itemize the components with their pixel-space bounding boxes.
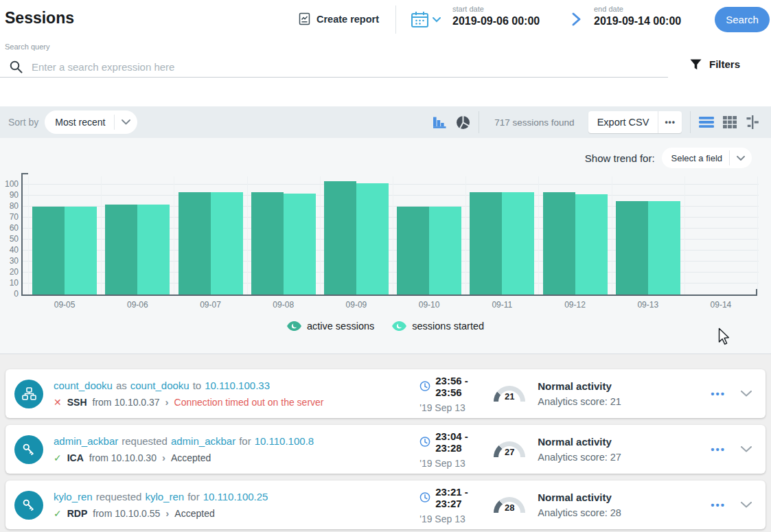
search-input[interactable] bbox=[32, 61, 668, 73]
chevron-down-icon bbox=[741, 391, 752, 397]
bar-sessions-started-09-11[interactable] bbox=[502, 192, 534, 294]
bar-group-09-07 bbox=[174, 176, 246, 294]
bar-group-09-12 bbox=[538, 176, 611, 294]
bar-active-sessions-09-12[interactable] bbox=[543, 192, 575, 294]
session-link[interactable]: kylo_ren bbox=[145, 491, 184, 502]
origin-label: from 10.10.0.55 bbox=[93, 508, 160, 519]
activity-label: Normal activity bbox=[538, 491, 711, 503]
show-trend-label: Show trend for: bbox=[585, 152, 655, 164]
protocol-label: ICA bbox=[67, 452, 84, 463]
end-date-value[interactable]: 2019-09-14 00:00 bbox=[594, 15, 681, 27]
export-more-button[interactable]: ••• bbox=[658, 117, 682, 127]
search-bar bbox=[0, 56, 668, 78]
x-axis-label: 09-08 bbox=[247, 300, 320, 310]
activity-label: Normal activity bbox=[538, 436, 711, 448]
divider bbox=[479, 111, 479, 133]
legend-item-active-sessions[interactable]: active sessions bbox=[287, 321, 374, 332]
bar-group-09-10 bbox=[393, 176, 465, 294]
session-link[interactable]: admin_ackbar bbox=[54, 435, 118, 447]
date-picker-button[interactable] bbox=[411, 11, 441, 28]
filters-button[interactable]: Filters bbox=[690, 58, 740, 70]
create-report-button[interactable]: Create report bbox=[299, 12, 379, 25]
session-list: count_dookuascount_dookuto10.110.100.33✕… bbox=[0, 354, 771, 532]
session-time: 23:56 - 23:56'19 Sep 13 bbox=[419, 375, 494, 413]
results-toolbar: Sort by Most recent 717 sessions found E… bbox=[0, 106, 771, 138]
bar-sessions-started-09-10[interactable] bbox=[429, 207, 461, 294]
bar-group-09-14 bbox=[684, 176, 757, 294]
page-header: Sessions Create report bbox=[0, 0, 771, 38]
bar-chart-icon[interactable] bbox=[432, 115, 447, 129]
bar-group-09-08 bbox=[247, 176, 320, 294]
bar-active-sessions-09-05[interactable] bbox=[32, 207, 65, 294]
x-axis-label: 09-09 bbox=[320, 300, 393, 310]
row-menu-button[interactable]: ••• bbox=[711, 390, 726, 398]
export-csv-label: Export CSV bbox=[588, 117, 658, 128]
bar-active-sessions-09-13[interactable] bbox=[616, 201, 648, 294]
session-row[interactable]: count_dookuascount_dookuto10.110.100.33✕… bbox=[5, 369, 766, 418]
row-actions: ••• bbox=[711, 501, 752, 509]
report-icon bbox=[299, 12, 310, 25]
bar-active-sessions-09-10[interactable] bbox=[397, 207, 429, 294]
vertical-gridline bbox=[757, 176, 758, 294]
flow-view-icon[interactable] bbox=[746, 115, 759, 129]
bar-sessions-started-09-08[interactable] bbox=[284, 194, 316, 294]
session-link[interactable]: admin_ackbar bbox=[171, 435, 235, 447]
session-row[interactable]: kylo_renrequestedkylo_renfor10.110.100.2… bbox=[5, 481, 766, 529]
accepted-icon: ✓ bbox=[54, 508, 62, 519]
score-gauge: 27 bbox=[494, 441, 538, 458]
sort-select[interactable]: Most recent bbox=[45, 111, 137, 134]
start-date-label: start date bbox=[452, 5, 540, 13]
accepted-icon: ✓ bbox=[54, 452, 62, 463]
chart-y-axis: 0102030405060708090100 bbox=[0, 176, 19, 294]
session-link[interactable]: kylo_ren bbox=[54, 491, 93, 502]
start-date-value[interactable]: 2019-09-06 00:00 bbox=[452, 15, 540, 27]
chevron-right-icon: › bbox=[162, 452, 165, 463]
bar-active-sessions-09-09[interactable] bbox=[324, 181, 356, 294]
verdict-label: Accepted bbox=[174, 508, 214, 519]
clock-icon bbox=[419, 491, 430, 503]
bar-sessions-started-09-05[interactable] bbox=[65, 207, 97, 294]
bar-sessions-started-09-09[interactable] bbox=[356, 183, 389, 294]
session-link[interactable]: 10.110.100.8 bbox=[255, 435, 314, 447]
session-time: 23:04 - 23:28'19 Sep 13 bbox=[419, 430, 494, 469]
bar-sessions-started-09-13[interactable] bbox=[648, 201, 680, 294]
chart-plot bbox=[23, 176, 752, 294]
bar-active-sessions-09-06[interactable] bbox=[105, 205, 137, 294]
bar-sessions-started-09-07[interactable] bbox=[211, 192, 243, 294]
session-row[interactable]: admin_ackbarrequestedadmin_ackbarfor10.1… bbox=[5, 425, 766, 474]
chevron-down-icon bbox=[741, 502, 752, 508]
export-csv-button[interactable]: Export CSV ••• bbox=[588, 111, 682, 133]
bar-active-sessions-09-08[interactable] bbox=[251, 192, 284, 294]
row-expand-button[interactable] bbox=[741, 502, 752, 508]
table-view-icon[interactable] bbox=[723, 116, 737, 128]
pie-chart-icon[interactable] bbox=[456, 115, 470, 130]
row-expand-button[interactable] bbox=[741, 446, 752, 452]
score-gauge: 28 bbox=[494, 497, 538, 513]
verdict-label: Accepted bbox=[171, 452, 211, 463]
bar-active-sessions-09-11[interactable] bbox=[470, 192, 502, 294]
session-date: '19 Sep 13 bbox=[419, 402, 494, 413]
bar-active-sessions-09-07[interactable] bbox=[179, 192, 211, 294]
session-link[interactable]: 10.110.100.25 bbox=[203, 491, 268, 502]
session-link[interactable]: count_dooku bbox=[54, 380, 113, 391]
sort-by-label: Sort by bbox=[8, 117, 38, 128]
bar-sessions-started-09-06[interactable] bbox=[137, 205, 170, 294]
key-icon bbox=[14, 491, 43, 520]
x-axis-label: 09-14 bbox=[684, 300, 757, 310]
search-button[interactable]: Search bbox=[715, 7, 770, 32]
session-connector-text: to bbox=[193, 380, 202, 391]
chart-section: Show trend for: Select a field 010203040… bbox=[0, 138, 771, 354]
bar-sessions-started-09-12[interactable] bbox=[575, 194, 608, 294]
trend-field-select[interactable]: Select a field bbox=[662, 148, 752, 168]
row-menu-button[interactable]: ••• bbox=[711, 501, 726, 509]
chart-bars bbox=[28, 176, 757, 294]
y-axis-tick-label: 30 bbox=[0, 256, 19, 266]
row-menu-button[interactable]: ••• bbox=[711, 446, 726, 454]
list-view-icon[interactable] bbox=[699, 117, 714, 128]
session-link[interactable]: count_dooku bbox=[130, 380, 189, 391]
row-expand-button[interactable] bbox=[741, 391, 752, 397]
filters-label: Filters bbox=[709, 58, 740, 70]
session-link[interactable]: 10.110.100.33 bbox=[205, 380, 270, 391]
y-axis-tick-label: 80 bbox=[0, 201, 19, 211]
legend-item-sessions-started[interactable]: sessions started bbox=[392, 321, 484, 332]
